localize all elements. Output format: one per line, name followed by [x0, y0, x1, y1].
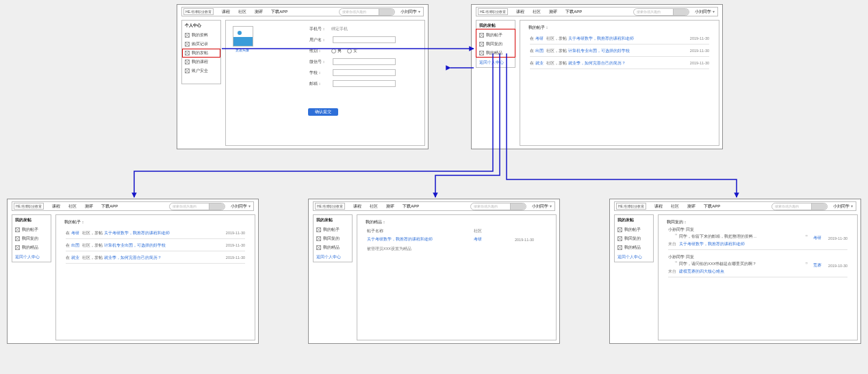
back-link[interactable]: 返回个人中心: [12, 252, 51, 262]
search-input[interactable]: 搜索你感兴趣的: [633, 8, 689, 16]
sidebar-item-myelite[interactable]: 我的精品: [615, 243, 653, 252]
search-button[interactable]: [510, 203, 526, 210]
search-button[interactable]: [811, 203, 827, 210]
sidebar-item-myposts[interactable]: 我的发帖: [182, 49, 220, 58]
nav-download[interactable]: 下载APP: [101, 203, 118, 210]
search-input[interactable]: 搜索你感兴趣的: [470, 203, 526, 210]
nav-community[interactable]: 社区: [238, 9, 246, 15]
nav-courses[interactable]: 课程: [516, 9, 524, 15]
search-button[interactable]: [209, 203, 225, 210]
sidebar-item-myelite[interactable]: 我的精品: [476, 49, 515, 58]
sidebar-item-myreplies[interactable]: 我回复的: [314, 234, 352, 243]
nav-assessment[interactable]: 测评: [687, 203, 695, 210]
topbar: HE.培博职业教育 课程 社区 测评 下载APP 搜索你感兴趣的 小刘同学: [614, 201, 856, 211]
sidebar-title: 我的发帖: [314, 215, 352, 225]
nav-courses[interactable]: 课程: [52, 203, 60, 210]
nav-community[interactable]: 社区: [370, 203, 378, 210]
nav-courses[interactable]: 课程: [222, 9, 230, 15]
gender-female[interactable]: 女: [347, 49, 357, 53]
topbar: HE.培博职业教育 课程 社区 测评 下载APP 搜索你感兴趣的 小刘同学: [476, 7, 718, 16]
sidebar-item-myreplies[interactable]: 我回复的: [12, 234, 51, 243]
topbar: HE.培博职业教育 课程 社区 测评 下载APP 搜索你感兴趣的 小刘同学: [313, 201, 555, 211]
reply-origin-link[interactable]: 关于考研数学，我推荐的课程和老师: [679, 242, 745, 246]
nav-download[interactable]: 下载APP: [403, 203, 419, 210]
post-row[interactable]: 在出国社区，发帖计算机专业出国，可选择的好学校2019-11-30: [66, 240, 245, 251]
row-school: 学校：: [309, 68, 396, 77]
avatar-caption[interactable]: 更改头像: [235, 48, 249, 52]
sidebar-item-myreplies[interactable]: 我回复的: [615, 234, 653, 243]
nav-courses[interactable]: 课程: [654, 203, 663, 210]
post-row[interactable]: 在考研社区，发帖关于考研数学，我推荐的课程和老师2019-11-30: [66, 227, 245, 239]
nav-courses[interactable]: 课程: [353, 203, 361, 210]
nav-download[interactable]: 下载APP: [704, 203, 720, 210]
nav-assessment[interactable]: 测评: [386, 203, 394, 210]
user-dropdown[interactable]: 小刘同学: [532, 203, 552, 210]
sidebar-item-myreplies[interactable]: 我回复的: [476, 40, 515, 49]
reply-cat[interactable]: 考研: [813, 236, 821, 240]
elite-note: 被管理员XXX设置为精品: [367, 247, 411, 251]
nav-assessment[interactable]: 测评: [85, 203, 93, 210]
avatar[interactable]: [233, 26, 253, 47]
reply-card: 小孙同学 回复 同学，请问你的XXX书都是在哪里买的啊？ 竞赛2019-10-3…: [668, 255, 847, 277]
sidebar-item-info[interactable]: 我的资料: [182, 31, 220, 40]
sidebar-item-myposts[interactable]: 我的帖子: [615, 225, 653, 234]
section-title: 我的帖子：: [64, 219, 85, 225]
nav-community[interactable]: 社区: [68, 203, 77, 210]
search-input[interactable]: 搜索你感兴趣的: [169, 203, 225, 210]
post-row[interactable]: 在出国社区，发帖计算机专业出国，可选择的好学校2019-11-30: [530, 45, 709, 57]
elite-row[interactable]: 关于考研数学，我推荐的课程和老师考研2019-11-30: [367, 237, 546, 242]
sidebar-posts: 我的发帖 我的帖子 我回复的 我的精品 返回个人中心: [476, 20, 515, 68]
logo: HE.培博职业教育: [616, 203, 646, 210]
email-input[interactable]: [333, 80, 396, 87]
reply-cat[interactable]: 竞赛: [813, 263, 821, 268]
back-link[interactable]: 返回个人中心: [314, 252, 352, 262]
sidebar-item-records[interactable]: 购买记录: [182, 40, 220, 49]
posts-main: 我的帖子： 在考研社区，发帖关于考研数学，我推荐的课程和老师2019-11-30…: [520, 20, 719, 146]
school-input[interactable]: [333, 69, 396, 76]
reply-origin-link[interactable]: 建模竞赛的四大核心难点: [679, 269, 724, 273]
row-wechat: 微信号：: [309, 58, 396, 66]
logo: HE.培博职业教育: [14, 203, 44, 210]
wechat-input[interactable]: [333, 58, 396, 65]
gender-male[interactable]: 男: [331, 49, 342, 53]
nav-download[interactable]: 下载APP: [271, 9, 288, 15]
user-dropdown[interactable]: 小刘同学: [695, 9, 715, 15]
search-button[interactable]: [673, 9, 689, 15]
elite-main: 我的精品： 帖子名称社区 关于考研数学，我推荐的课程和老师考研2019-11-3…: [357, 214, 557, 340]
row-username: 用户名：: [309, 36, 396, 44]
row-gender: 性别：男女: [309, 47, 363, 55]
section-title: 我回复的：: [667, 219, 687, 225]
sidebar-item-myposts[interactable]: 我的帖子: [476, 31, 515, 40]
search-button[interactable]: [379, 9, 394, 15]
username-input[interactable]: [333, 36, 396, 43]
row-phone: 手机号：绑定手机: [309, 25, 348, 33]
nav-assessment[interactable]: 测评: [255, 9, 263, 15]
logo: HE.培博职业教育: [315, 203, 345, 210]
sidebar-item-myposts[interactable]: 我的帖子: [314, 225, 352, 234]
nav-download[interactable]: 下载APP: [565, 9, 582, 15]
back-link[interactable]: 返回个人中心: [476, 58, 515, 68]
sidebar-item-myelite[interactable]: 我的精品: [12, 243, 51, 252]
sidebar-item-myposts[interactable]: 我的帖子: [12, 225, 51, 234]
sidebar-item-myelite[interactable]: 我的精品: [314, 243, 352, 252]
nav-community[interactable]: 社区: [671, 203, 679, 210]
sidebar-item-security[interactable]: 账户安全: [182, 66, 220, 75]
search-input[interactable]: 搜索你感兴趣的: [339, 8, 395, 16]
nav-assessment[interactable]: 测评: [549, 9, 557, 15]
posts-main: 我的帖子： 在考研社区，发帖关于考研数学，我推荐的课程和老师2019-11-30…: [55, 214, 255, 340]
post-row[interactable]: 在就业社区，发帖就业季，如何完善自己的简历？2019-11-30: [530, 58, 709, 69]
submit-button[interactable]: 确认提交: [308, 108, 338, 116]
user-dropdown[interactable]: 小刘同学: [833, 203, 853, 210]
phone-value[interactable]: 绑定手机: [331, 27, 348, 32]
section-title: 我的帖子：: [528, 25, 549, 31]
user-dropdown[interactable]: 小刘同学: [231, 203, 251, 210]
post-row[interactable]: 在就业社区，发帖就业季，如何完善自己的简历？2019-11-30: [66, 252, 245, 264]
sidebar-item-courses[interactable]: 我的课程: [182, 58, 220, 66]
post-row[interactable]: 在考研社区，发帖关于考研数学，我推荐的课程和老师2019-11-30: [530, 33, 709, 45]
reply-meta: 考研2019-11-30: [806, 236, 847, 240]
search-input[interactable]: 搜索你感兴趣的: [771, 203, 828, 210]
frame-myelite: HE.培博职业教育 课程 社区 测评 下载APP 搜索你感兴趣的 小刘同学 我的…: [308, 199, 560, 344]
back-link[interactable]: 返回个人中心: [615, 252, 653, 262]
user-dropdown[interactable]: 小刘同学: [400, 9, 420, 15]
nav-community[interactable]: 社区: [533, 9, 541, 15]
